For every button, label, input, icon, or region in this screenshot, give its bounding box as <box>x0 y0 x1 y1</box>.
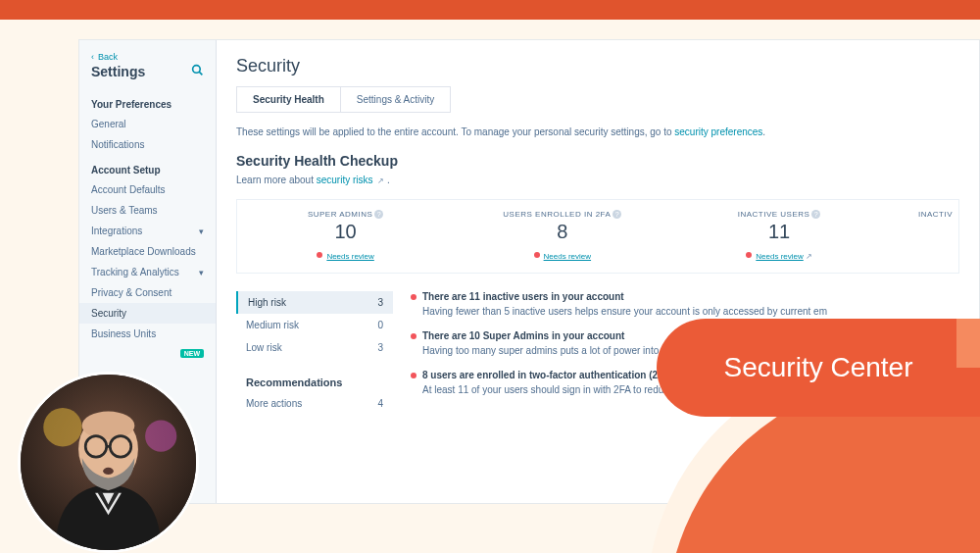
svg-point-3 <box>43 408 81 446</box>
page-title: Security <box>236 56 959 76</box>
presenter-video-bubble <box>18 372 199 553</box>
sidebar-section-preferences: Your Preferences <box>79 89 216 114</box>
new-badge: NEW <box>180 349 204 358</box>
back-label: Back <box>98 52 118 62</box>
chevron-left-icon: ‹ <box>91 52 94 62</box>
stat-users-2fa: USERS ENROLLED IN 2FA? 8 Needs review <box>454 210 670 263</box>
risk-low[interactable]: Low risk 3 <box>236 336 393 359</box>
status-dot-icon <box>411 333 416 339</box>
slide-title-accent <box>956 319 980 368</box>
tab-settings-activity[interactable]: Settings & Activity <box>341 87 450 112</box>
stat-inactive-users: INACTIVE USERS? 11 Needs review↗ <box>670 210 887 263</box>
checkup-heading: Security Health Checkup <box>236 153 959 169</box>
chevron-down-icon: ▾ <box>199 268 204 277</box>
info-icon[interactable]: ? <box>612 210 621 219</box>
risk-filter: High risk 3 Medium risk 0 Low risk 3 Rec… <box>236 291 393 415</box>
recommendations-heading: Recommendations <box>236 373 393 392</box>
svg-point-4 <box>145 421 176 452</box>
stat-super-admins: SUPER ADMINS? 10 Needs review <box>237 210 454 263</box>
svg-point-6 <box>82 412 135 440</box>
status-dot-icon <box>534 252 540 258</box>
issue-inactive-users: There are 11 inactive users in your acco… <box>411 291 959 317</box>
sidebar-item-security[interactable]: Security <box>79 303 216 324</box>
needs-review-link[interactable]: Needs review <box>544 252 591 261</box>
tab-security-health[interactable]: Security Health <box>237 87 341 112</box>
back-link[interactable]: ‹ Back <box>79 48 216 64</box>
risk-medium[interactable]: Medium risk 0 <box>236 314 393 336</box>
tab-bar: Security Health Settings & Activity <box>236 86 451 113</box>
sidebar-heading: Settings <box>91 64 145 79</box>
external-link-icon: ↗ <box>806 252 812 261</box>
intro-text: These settings will be applied to the en… <box>236 126 959 137</box>
svg-point-0 <box>193 66 201 74</box>
risk-high[interactable]: High risk 3 <box>236 291 393 314</box>
external-link-icon: ↗ <box>377 176 384 185</box>
needs-review-link[interactable]: Needs review <box>326 252 373 261</box>
learn-more-text: Learn more about security risks ↗ . <box>236 175 959 185</box>
status-dot-icon <box>411 373 416 378</box>
sidebar-item-general[interactable]: General <box>79 114 216 134</box>
sidebar-item-tracking[interactable]: Tracking & Analytics ▾ <box>79 262 216 282</box>
more-actions[interactable]: More actions 4 <box>236 392 393 415</box>
sidebar-section-account-setup: Account Setup <box>79 155 216 179</box>
stats-bar: SUPER ADMINS? 10 Needs review USERS ENRO… <box>236 199 959 274</box>
sidebar-item-privacy[interactable]: Privacy & Consent <box>79 282 216 303</box>
sidebar-item-new[interactable]: NEW <box>79 344 216 363</box>
info-icon[interactable]: ? <box>811 210 820 219</box>
status-dot-icon <box>746 252 752 258</box>
stat-value: 10 <box>237 221 454 243</box>
needs-review-link[interactable]: Needs review <box>756 252 803 261</box>
svg-point-10 <box>103 468 114 475</box>
stat-value: 8 <box>454 221 670 243</box>
search-icon[interactable] <box>191 64 204 79</box>
info-icon[interactable]: ? <box>374 210 383 219</box>
status-dot-icon <box>411 294 416 300</box>
sidebar-item-integrations[interactable]: Integrations ▾ <box>79 221 216 241</box>
security-risks-link[interactable]: security risks ↗ <box>317 175 385 185</box>
slide-title-pill: Security Center <box>657 319 980 417</box>
sidebar-item-business-units[interactable]: Business Units <box>79 324 216 344</box>
sidebar-item-users-teams[interactable]: Users & Teams <box>79 200 216 221</box>
sidebar-item-notifications[interactable]: Notifications <box>79 134 216 155</box>
main-content: Security Security Health Settings & Acti… <box>217 40 979 503</box>
stat-value: 11 <box>670 221 887 243</box>
sidebar-item-marketplace[interactable]: Marketplace Downloads <box>79 241 216 262</box>
status-dot-icon <box>317 252 322 258</box>
security-preferences-link[interactable]: security preferences <box>674 126 762 137</box>
app-window: ‹ Back Settings Your Preferences General… <box>78 39 980 504</box>
svg-line-1 <box>199 72 202 75</box>
sidebar-item-account-defaults[interactable]: Account Defaults <box>79 179 216 200</box>
stat-overflow: INACTIV <box>888 210 958 263</box>
slide-top-stripe <box>0 0 980 20</box>
chevron-down-icon: ▾ <box>199 226 204 236</box>
